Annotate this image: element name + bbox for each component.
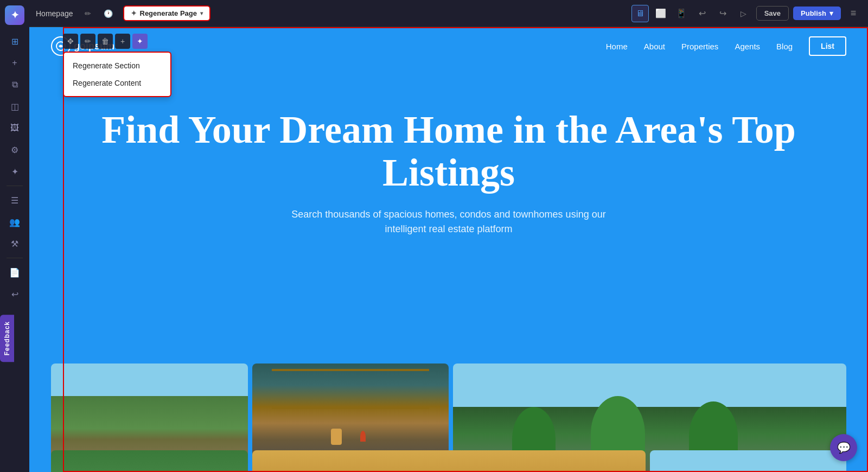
canvas: ✥ ✏ 🗑 + ✦ Regenerate Section Regenerate … [29, 27, 868, 472]
nav-about[interactable]: About [644, 42, 665, 51]
hero-title: Find Your Dream Home in the Area's Top L… [51, 109, 846, 194]
publish-chevron-icon: ▾ [829, 9, 833, 17]
logo-icon: ✦ [11, 9, 19, 21]
publish-button[interactable]: Publish ▾ [793, 7, 841, 20]
plugin-icon: ✦ [11, 167, 18, 177]
sidebar-icon-grid[interactable]: ⊞ [5, 31, 24, 51]
nav-blog[interactable]: Blog [776, 42, 793, 51]
property-card-aerial-2[interactable] [650, 450, 847, 472]
nav-properties[interactable]: Properties [681, 42, 718, 51]
view-controls: 🖥 ⬜ 📱 [631, 5, 690, 22]
site-nav-links: Home About Properties Agents Blog [606, 42, 793, 51]
sidebar-icon-pages[interactable]: 📄 [5, 263, 24, 282]
add-btn[interactable]: + [115, 34, 130, 49]
topbar: Homepage ✏ 🕐 ✦ Regenerate Page ▾ 🖥 ⬜ 📱 ↩… [29, 0, 868, 27]
image-icon: 🖼 [10, 123, 19, 133]
database-icon: ☰ [11, 195, 18, 206]
sidebar: ✦ ⊞ + ⧉ ◫ 🖼 ⚙ ✦ ☰ 👥 ⚒ 📄 ↩ Feedback [0, 0, 29, 472]
desktop-icon: 🖥 [636, 9, 644, 18]
sidebar-icon-back[interactable]: ↩ [5, 284, 24, 304]
chevron-down-icon: ▾ [200, 10, 203, 16]
add-icon: + [12, 58, 17, 68]
team-icon: 👥 [9, 217, 20, 227]
delete-btn[interactable]: 🗑 [98, 34, 113, 49]
regenerate-page-button[interactable]: ✦ Regenerate Page ▾ [123, 5, 211, 21]
chat-bubble[interactable]: 💬 [830, 434, 857, 461]
app-logo[interactable]: ✦ [5, 5, 24, 25]
pages-icon: 📄 [9, 267, 20, 278]
sidebar-icon-team[interactable]: 👥 [5, 212, 24, 232]
site-hero: Find Your Dream Home in the Area's Top L… [29, 65, 868, 280]
selection-toolbar: ✥ ✏ 🗑 + ✦ [63, 34, 148, 49]
sidebar-divider-2 [7, 258, 23, 258]
sparkle-icon: ✦ [131, 9, 137, 17]
edit-icon-btn[interactable]: ✏ [80, 5, 96, 22]
nav-agents[interactable]: Agents [735, 42, 760, 51]
regenerate-content-item[interactable]: Regenerate Content [64, 74, 170, 92]
mobile-view-btn[interactable]: 📱 [673, 5, 690, 22]
regenerate-section-item[interactable]: Regenerate Section [64, 57, 170, 74]
topbar-right: ↩ ↪ ▷ Save Publish ▾ ≡ [694, 5, 861, 22]
property-card-palms[interactable] [51, 450, 248, 472]
redo-button[interactable]: ↪ [715, 5, 731, 22]
sidebar-divider [7, 186, 23, 186]
sidebar-icon-plugin[interactable]: ✦ [5, 162, 24, 181]
publish-label: Publish [801, 9, 826, 17]
tablet-icon: ⬜ [655, 8, 666, 18]
undo-button[interactable]: ↩ [694, 5, 711, 22]
desktop-view-btn[interactable]: 🖥 [631, 5, 649, 22]
sidebar-icon-add[interactable]: + [5, 53, 24, 73]
regenerate-dropdown: Regenerate Section Regenerate Content [63, 52, 171, 97]
tools-icon: ⚒ [11, 239, 18, 249]
regenerate-label: Regenerate Page [140, 9, 197, 17]
sidebar-icon-tools[interactable]: ⚒ [5, 234, 24, 253]
sidebar-icon-settings[interactable]: ⚙ [5, 140, 24, 160]
property-card-house[interactable] [252, 450, 646, 472]
main-area: Homepage ✏ 🕐 ✦ Regenerate Page ▾ 🖥 ⬜ 📱 ↩… [29, 0, 868, 472]
settings-icon: ⚙ [11, 145, 18, 155]
back-icon: ↩ [11, 289, 18, 299]
save-button[interactable]: Save [756, 6, 789, 21]
history-icon-btn[interactable]: 🕐 [100, 5, 117, 22]
sidebar-icon-image[interactable]: 🖼 [5, 118, 24, 138]
sidebar-icon-elements[interactable]: ◫ [5, 97, 24, 116]
chat-icon: 💬 [837, 441, 851, 454]
tablet-view-btn[interactable]: ⬜ [652, 5, 669, 22]
nav-home[interactable]: Home [606, 42, 628, 51]
move-tool-btn[interactable]: ✥ [63, 34, 78, 49]
ai-btn[interactable]: ✦ [132, 34, 148, 49]
edit-btn[interactable]: ✏ [80, 34, 95, 49]
page-name: Homepage [36, 9, 73, 18]
nav-cta-button[interactable]: List [809, 36, 846, 56]
menu-button[interactable]: ≡ [845, 5, 861, 22]
grid-icon: ⊞ [11, 36, 18, 47]
preview-button[interactable]: ▷ [736, 5, 752, 22]
sidebar-icon-data[interactable]: ☰ [5, 190, 24, 210]
sidebar-icon-layers[interactable]: ⧉ [5, 75, 24, 94]
feedback-button[interactable]: Feedback [0, 315, 14, 362]
mobile-icon: 📱 [676, 8, 687, 18]
elements-icon: ◫ [11, 101, 19, 112]
hero-subtitle: Search thousands of spacious homes, cond… [286, 207, 611, 237]
layers-icon: ⧉ [12, 80, 18, 90]
